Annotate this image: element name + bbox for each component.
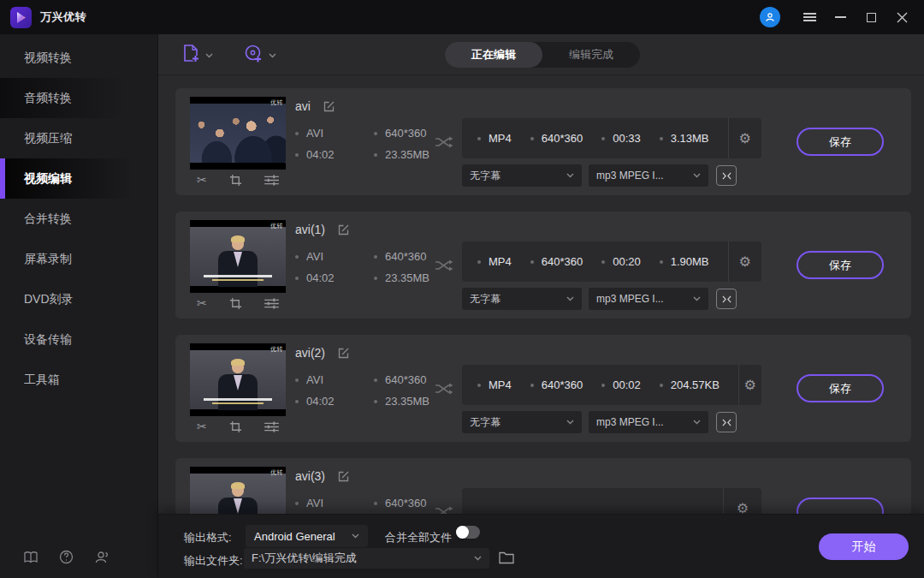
sidebar-item-video-edit[interactable]: 视频编辑 (0, 158, 157, 199)
save-button[interactable] (797, 498, 884, 514)
audio-dropdown[interactable]: mp3 MPEG I... (589, 411, 708, 433)
save-button[interactable]: 保存 (797, 374, 884, 402)
output-folder-input[interactable]: F:\万兴优转\编辑完成 (244, 548, 489, 569)
source-duration: 04:02 (295, 148, 374, 161)
source-size: 23.35MB (374, 395, 429, 408)
add-file-icon (182, 44, 200, 66)
settings-gear-icon[interactable]: ⚙ (728, 253, 761, 270)
output-settings-panel[interactable]: ⚙ (462, 488, 761, 514)
file-title: avi (295, 99, 311, 113)
sidebar-item-video-convert[interactable]: 视频转换 (0, 38, 157, 78)
chevron-down-icon (352, 533, 359, 539)
add-file-caret-icon (205, 48, 213, 61)
rename-edit-icon[interactable] (337, 223, 350, 236)
file-title: avi(1) (295, 223, 325, 236)
trim-scissors-icon[interactable]: ✂ (197, 296, 207, 310)
add-disc-caret-icon (269, 48, 276, 61)
sidebar-item-audio-convert[interactable]: 音频转换 (0, 78, 157, 118)
account-avatar[interactable] (760, 7, 780, 27)
task-card: 优转 ✂ avi(1) (175, 212, 911, 319)
output-resolution: 640*360 (530, 378, 583, 391)
video-thumbnail[interactable]: 优转 (190, 220, 286, 293)
rename-edit-icon[interactable] (337, 470, 350, 483)
convert-arrows-icon (435, 259, 453, 274)
audio-dropdown[interactable]: mp3 MPEG I... (589, 164, 708, 187)
source-size: 23.35MB (374, 271, 429, 284)
output-format-dropdown[interactable]: Android General (246, 525, 368, 547)
footer-bar: 输出格式: Android General 合并全部文件 输出文件夹: F:\万… (158, 514, 924, 578)
minimize-button[interactable] (828, 5, 852, 29)
sidebar-item-merge-convert[interactable]: 合并转换 (0, 199, 157, 239)
start-button[interactable]: 开始 (819, 533, 909, 560)
audio-dropdown[interactable]: mp3 MPEG I... (589, 288, 708, 310)
add-disc-button[interactable] (244, 44, 276, 66)
source-duration: 04:02 (295, 395, 374, 408)
watermark-label: 优转 (270, 98, 283, 107)
open-folder-icon[interactable] (499, 551, 514, 564)
editing-tabs: 正在编辑 编辑完成 (445, 42, 640, 68)
output-size: 3.13MB (660, 132, 709, 145)
chevron-down-icon (566, 296, 574, 301)
tab-editing[interactable]: 正在编辑 (445, 42, 542, 68)
output-resolution: 640*360 (530, 255, 583, 268)
output-settings-panel[interactable]: MP4 640*360 00:02 204.57KB ⚙ (462, 365, 761, 405)
menu-icon[interactable] (797, 5, 821, 29)
sidebar-item-device-transfer[interactable]: 设备传输 (0, 319, 157, 360)
help-icon[interactable] (59, 550, 74, 564)
sidebar-item-screen-record[interactable]: 屏幕录制 (0, 239, 157, 279)
source-resolution: 640*360 (374, 250, 429, 263)
source-format: AVI (295, 250, 374, 263)
guide-book-icon[interactable] (23, 551, 38, 564)
effects-icon[interactable] (264, 175, 279, 186)
crop-icon[interactable] (229, 174, 242, 187)
effects-icon[interactable] (264, 421, 279, 432)
sidebar-bottom-icons (23, 550, 110, 564)
add-file-button[interactable] (182, 44, 213, 66)
chevron-down-icon (693, 173, 701, 178)
rename-edit-icon[interactable] (323, 100, 335, 113)
trim-compress-icon[interactable] (716, 412, 737, 432)
settings-gear-icon[interactable]: ⚙ (724, 500, 761, 514)
crop-icon[interactable] (229, 420, 242, 433)
video-thumbnail[interactable]: 优转 (190, 467, 286, 514)
sidebar-item-video-compress[interactable]: 视频压缩 (0, 118, 157, 158)
sidebar-item-toolbox[interactable]: 工具箱 (0, 360, 157, 400)
output-settings-panel[interactable]: MP4 640*360 00:33 3.13MB ⚙ (462, 118, 761, 158)
task-card: 优转 ✂ avi(2) (175, 335, 911, 442)
subtitle-dropdown[interactable]: 无字幕 (462, 288, 582, 310)
contact-icon[interactable] (94, 551, 110, 564)
sidebar-item-dvd-burn[interactable]: DVD刻录 (0, 279, 157, 319)
output-settings-panel[interactable]: MP4 640*360 00:20 1.90MB ⚙ (462, 241, 761, 282)
save-button[interactable]: 保存 (797, 251, 884, 279)
rename-edit-icon[interactable] (337, 347, 350, 360)
convert-arrows-icon (435, 136, 453, 151)
close-button[interactable] (890, 5, 914, 29)
watermark-label: 优转 (270, 468, 283, 477)
subtitle-dropdown[interactable]: 无字幕 (462, 164, 582, 187)
merge-all-toggle[interactable] (456, 526, 480, 539)
video-thumbnail[interactable]: 优转 (190, 343, 286, 416)
output-format: MP4 (477, 255, 512, 268)
settings-gear-icon[interactable]: ⚙ (738, 377, 761, 393)
trim-scissors-icon[interactable]: ✂ (197, 420, 207, 433)
video-thumbnail[interactable]: 优转 (190, 97, 286, 170)
tab-edit-finished[interactable]: 编辑完成 (542, 42, 640, 68)
file-title: avi(2) (295, 346, 325, 360)
save-button[interactable]: 保存 (797, 128, 884, 156)
app-logo-icon (10, 7, 32, 28)
output-size: 1.90MB (660, 255, 709, 268)
trim-compress-icon[interactable] (716, 165, 737, 186)
effects-icon[interactable] (264, 298, 279, 309)
trim-scissors-icon[interactable]: ✂ (197, 173, 207, 187)
task-card: 优转 avi(3) AVI 640*360 (175, 458, 911, 514)
source-format: AVI (295, 497, 374, 509)
subtitle-dropdown[interactable]: 无字幕 (462, 411, 582, 433)
chevron-down-icon (566, 420, 574, 425)
maximize-button[interactable] (859, 5, 883, 29)
file-title: avi(3) (295, 469, 325, 483)
crop-icon[interactable] (229, 297, 242, 310)
merge-all-label: 合并全部文件 (385, 530, 452, 545)
trim-compress-icon[interactable] (716, 289, 737, 309)
source-resolution: 640*360 (374, 497, 426, 509)
settings-gear-icon[interactable]: ⚙ (728, 130, 761, 146)
